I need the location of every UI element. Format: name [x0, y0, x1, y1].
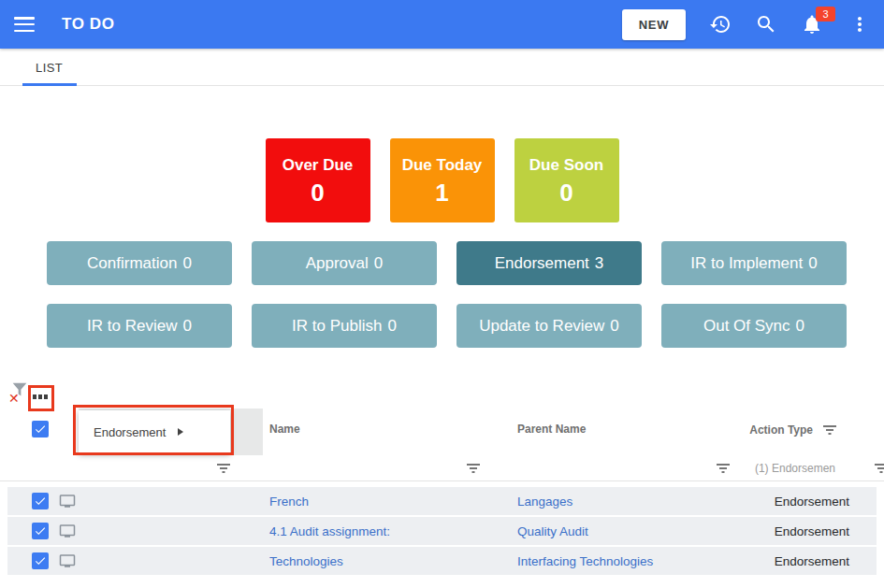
card-value: 1 — [435, 179, 448, 208]
row-action-type: Endorsement — [775, 554, 849, 568]
status-button-confirmation[interactable]: Confirmation0 — [47, 241, 232, 285]
status-button-update-to-review[interactable]: Update to Review0 — [456, 304, 642, 348]
table-row[interactable]: French Langages Endorsement — [7, 487, 877, 515]
row-action-type: Endorsement — [775, 495, 849, 509]
status-button-out-of-sync[interactable]: Out Of Sync0 — [661, 304, 847, 348]
tab-active-underline — [22, 83, 77, 86]
card-over-due[interactable]: Over Due 0 — [266, 138, 370, 222]
hamburger-menu-icon[interactable] — [14, 17, 35, 32]
search-icon[interactable] — [755, 13, 777, 36]
filter-icon-clipped[interactable] — [874, 461, 884, 476]
row-action-type: Endorsement — [775, 524, 849, 538]
app-header: TO DO NEW 3 — [0, 0, 884, 49]
table-row[interactable]: 4.1 Audit assignment: Quality Audit Endo… — [7, 517, 877, 545]
monitor-icon — [59, 552, 76, 569]
tab-bar: LIST — [0, 49, 884, 86]
filter-icon-parent-name[interactable] — [466, 461, 481, 476]
filter-icon-action-type[interactable] — [716, 461, 731, 476]
status-button-ir-to-implement[interactable]: IR to Implement0 — [661, 241, 847, 285]
todo-page: TO DO NEW 3 LIST Over Due 0 Due Today 1 — [0, 0, 884, 588]
tab-list[interactable]: LIST — [36, 61, 63, 75]
row-checkbox[interactable] — [32, 523, 49, 539]
select-all-checkbox[interactable] — [32, 421, 49, 437]
card-label: Over Due — [283, 156, 354, 175]
summary-cards: Over Due 0 Due Today 1 Due Soon 0 — [0, 138, 884, 222]
card-due-soon[interactable]: Due Soon 0 — [514, 138, 619, 222]
notification-badge: 3 — [816, 7, 835, 22]
column-header-parent-name[interactable]: Parent Name — [517, 423, 586, 436]
notifications-bell-icon[interactable]: 3 — [801, 13, 823, 36]
column-header-name[interactable]: Name — [269, 423, 300, 436]
filter-icon-name[interactable] — [216, 461, 231, 476]
context-menu-endorsement[interactable]: Endorsement — [79, 410, 230, 453]
card-value: 0 — [311, 179, 324, 208]
status-button-endorsement[interactable]: Endorsement3 — [456, 241, 642, 285]
page-title: TO DO — [62, 15, 115, 34]
monitor-icon — [59, 493, 76, 509]
more-menu-icon[interactable] — [848, 13, 871, 36]
history-icon[interactable] — [709, 13, 732, 36]
new-button[interactable]: NEW — [622, 9, 686, 40]
row-name-link[interactable]: Technologies — [269, 554, 343, 568]
context-menu-label: Endorsement — [94, 425, 166, 439]
column-header-action-type[interactable]: Action Type — [749, 423, 837, 437]
card-value: 0 — [559, 179, 572, 208]
card-label: Due Soon — [529, 156, 603, 175]
status-button-approval[interactable]: Approval0 — [252, 241, 437, 285]
row-parent-link[interactable]: Interfacing Technologies — [517, 554, 653, 568]
card-due-today[interactable]: Due Today 1 — [390, 138, 495, 222]
table-filter-row: (1) Endorsemen — [0, 458, 884, 481]
filter-icon[interactable] — [822, 423, 837, 437]
action-type-filter-value[interactable]: (1) Endorsemen — [755, 462, 835, 475]
status-button-ir-to-review[interactable]: IR to Review0 — [47, 304, 232, 348]
clear-filter-icon[interactable]: ✕ — [9, 380, 32, 404]
more-options-button[interactable] — [33, 394, 48, 399]
row-name-link[interactable]: French — [269, 495, 309, 509]
row-checkbox[interactable] — [32, 552, 49, 569]
status-filter-buttons: Confirmation0 Approval0 Endorsement3 IR … — [47, 241, 847, 348]
row-parent-link[interactable]: Langages — [517, 495, 572, 509]
row-name-link[interactable]: 4.1 Audit assignment: — [269, 524, 390, 538]
submenu-arrow-icon — [178, 428, 183, 436]
table-row[interactable]: Technologies Interfacing Technologies En… — [7, 547, 877, 575]
card-label: Due Today — [402, 156, 483, 175]
row-parent-link[interactable]: Quality Audit — [517, 524, 588, 538]
status-button-ir-to-publish[interactable]: IR to Publish0 — [252, 304, 437, 348]
monitor-icon — [59, 523, 76, 539]
row-checkbox[interactable] — [32, 493, 49, 509]
